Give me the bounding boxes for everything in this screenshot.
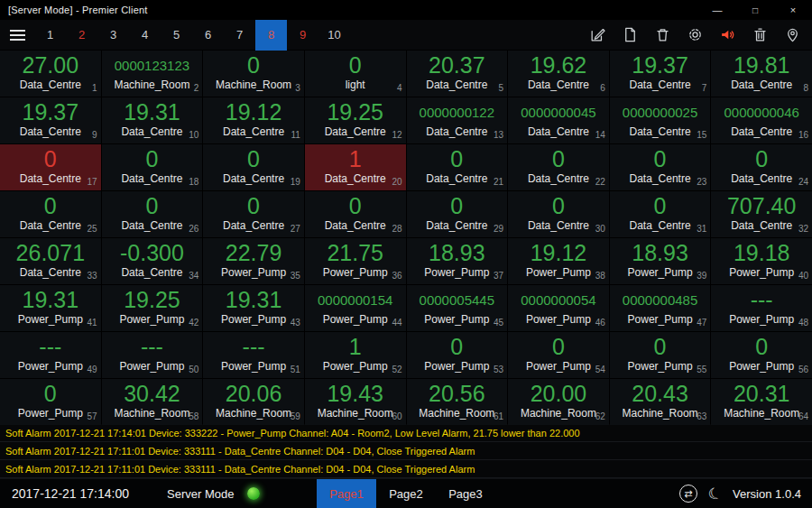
clear-alarms-icon[interactable] <box>747 23 772 48</box>
toolbar-tab-10[interactable]: 10 <box>318 20 350 51</box>
settings-icon[interactable] <box>682 23 707 48</box>
tile[interactable]: -0.300Data_Centre34 <box>102 238 203 284</box>
tile[interactable]: 0000123123Machine_Room2 <box>102 51 203 97</box>
tile[interactable]: 30.42Machine_Room58 <box>102 379 203 425</box>
tile-index: 61 <box>494 411 503 421</box>
night-mode-icon[interactable]: ☾ <box>706 483 725 505</box>
tile[interactable]: 0Power_Pump56 <box>711 332 812 378</box>
tile[interactable]: ---Power_Pump49 <box>0 332 101 378</box>
tile-index: 21 <box>494 177 503 187</box>
toolbar-tab-4[interactable]: 4 <box>129 20 161 51</box>
tile[interactable]: 707.40Data_Centre32 <box>711 191 812 237</box>
tile[interactable]: 0Data_Centre19 <box>203 144 304 190</box>
tile[interactable]: 0Data_Centre27 <box>203 191 304 237</box>
location-icon[interactable] <box>780 23 805 48</box>
tile[interactable]: 19.81Data_Centre8 <box>711 51 812 97</box>
delete-icon[interactable] <box>650 23 675 48</box>
tile[interactable]: 0Data_Centre21 <box>407 144 508 190</box>
tile[interactable]: 0Data_Centre31 <box>610 191 711 237</box>
toolbar-tab-6[interactable]: 6 <box>192 20 224 51</box>
toolbar-tab-9[interactable]: 9 <box>287 20 318 51</box>
tile-value: 0 <box>0 379 101 407</box>
sync-icon[interactable]: ⇄ <box>679 485 697 503</box>
tile[interactable]: ---Power_Pump48 <box>711 285 812 331</box>
tile[interactable]: 0Machine_Room3 <box>203 51 304 97</box>
tile[interactable]: 19.43Machine_Room60 <box>305 379 406 425</box>
tile[interactable]: 19.37Data_Centre9 <box>0 97 101 143</box>
tile[interactable]: 27.00Data_Centre1 <box>0 51 101 97</box>
tile[interactable]: 20.56Machine_Room61 <box>407 379 508 425</box>
tile[interactable]: 0000000054Power_Pump46 <box>508 285 609 331</box>
tile[interactable]: 0000000025Data_Centre15 <box>610 97 711 143</box>
tile[interactable]: 0000000122Data_Centre13 <box>407 97 508 143</box>
tile[interactable]: 0Data_Centre24 <box>711 144 812 190</box>
tile[interactable]: 0000000154Power_Pump44 <box>305 285 406 331</box>
edit-icon[interactable] <box>585 23 610 48</box>
tile[interactable]: 19.31Data_Centre10 <box>102 97 203 143</box>
tile[interactable]: 19.31Power_Pump43 <box>203 285 304 331</box>
alarm-row[interactable]: Soft Alarm 2017-12-21 17:14:01 Device: 3… <box>0 424 812 442</box>
tile[interactable]: 0light4 <box>305 51 406 97</box>
tile[interactable]: 19.12Power_Pump38 <box>508 238 609 284</box>
tile[interactable]: 18.93Power_Pump37 <box>407 238 508 284</box>
tile[interactable]: 0000000485Power_Pump47 <box>610 285 711 331</box>
toolbar-tab-7[interactable]: 7 <box>224 20 255 51</box>
tile[interactable]: 0Data_Centre26 <box>102 191 203 237</box>
close-button[interactable]: × <box>774 0 812 20</box>
tile-value: 19.31 <box>0 285 101 313</box>
page-tab-page2[interactable]: Page2 <box>376 479 436 508</box>
tile[interactable]: 19.18Power_Pump40 <box>711 238 812 284</box>
tile[interactable]: 19.62Data_Centre6 <box>508 51 609 97</box>
tile[interactable]: 19.31Power_Pump41 <box>0 285 101 331</box>
tile-index: 60 <box>392 411 401 421</box>
tile[interactable]: 0Data_Centre18 <box>102 144 203 190</box>
tile[interactable]: 0000000045Data_Centre14 <box>508 97 609 143</box>
tile[interactable]: 1Power_Pump52 <box>305 332 406 378</box>
toolbar-tab-2[interactable]: 2 <box>66 20 97 51</box>
tile[interactable]: 0Power_Pump55 <box>610 332 711 378</box>
page-tab-page3[interactable]: Page3 <box>436 479 495 508</box>
tile[interactable]: 0Data_Centre23 <box>610 144 711 190</box>
tile[interactable]: 21.75Power_Pump36 <box>305 238 406 284</box>
tile[interactable]: 0Data_Centre30 <box>508 191 609 237</box>
menu-icon[interactable] <box>0 20 34 51</box>
tile-value: 20.00 <box>508 379 609 407</box>
page-tab-page1[interactable]: Page1 <box>317 479 376 508</box>
tile[interactable]: 19.12Data_Centre11 <box>203 97 304 143</box>
tile[interactable]: ---Power_Pump50 <box>102 332 203 378</box>
tile[interactable]: 20.37Data_Centre5 <box>407 51 508 97</box>
tile[interactable]: 0Data_Centre22 <box>508 144 609 190</box>
tile[interactable]: 0Data_Centre29 <box>407 191 508 237</box>
tile[interactable]: 18.93Power_Pump39 <box>610 238 711 284</box>
document-icon[interactable] <box>617 23 642 48</box>
tile[interactable]: 20.00Machine_Room62 <box>508 379 609 425</box>
toolbar-tab-1[interactable]: 1 <box>34 20 66 51</box>
tile[interactable]: 0000005445Power_Pump45 <box>407 285 508 331</box>
toolbar-tab-3[interactable]: 3 <box>97 20 129 51</box>
alarm-row[interactable]: Soft Alarm 2017-12-21 17:11:01 Device: 3… <box>0 442 812 460</box>
tile[interactable]: 20.31Machine_Room64 <box>711 379 812 425</box>
mute-alarm-icon[interactable] <box>715 23 740 48</box>
tile[interactable]: 19.37Data_Centre7 <box>610 51 711 97</box>
minimize-button[interactable]: — <box>698 0 736 20</box>
tile[interactable]: 0Power_Pump54 <box>508 332 609 378</box>
tile-index: 39 <box>697 271 706 281</box>
tile[interactable]: 0Power_Pump57 <box>0 379 101 425</box>
tile[interactable]: 19.25Data_Centre12 <box>305 97 406 143</box>
tile[interactable]: 1Data_Centre20 <box>305 144 406 190</box>
maximize-button[interactable]: □ <box>736 0 774 20</box>
tile[interactable]: 26.071Data_Centre33 <box>0 238 101 284</box>
tile[interactable]: 20.06Machine_Room59 <box>203 379 304 425</box>
tile[interactable]: 0000000046Data_Centre16 <box>711 97 812 143</box>
toolbar-tab-5[interactable]: 5 <box>161 20 192 51</box>
tile[interactable]: 0Power_Pump53 <box>407 332 508 378</box>
tile[interactable]: 22.79Power_Pump35 <box>203 238 304 284</box>
tile[interactable]: 0Data_Centre25 <box>0 191 101 237</box>
tile[interactable]: 20.43Machine_Room63 <box>610 379 711 425</box>
tile[interactable]: 0Data_Centre17 <box>0 144 101 190</box>
tile[interactable]: 19.25Power_Pump42 <box>102 285 203 331</box>
toolbar-tab-8[interactable]: 8 <box>255 20 287 51</box>
tile[interactable]: ---Power_Pump51 <box>203 332 304 378</box>
tile[interactable]: 0Data_Centre28 <box>305 191 406 237</box>
alarm-row[interactable]: Soft Alarm 2017-12-21 17:11:01 Device: 3… <box>0 460 812 478</box>
